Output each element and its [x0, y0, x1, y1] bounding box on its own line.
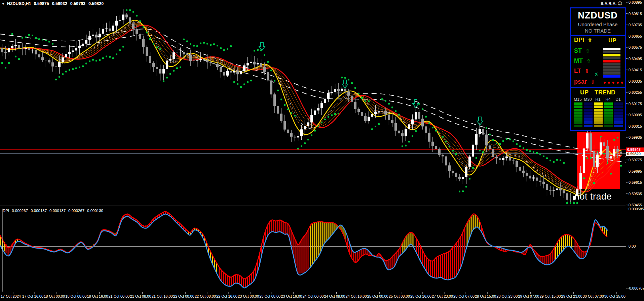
- psar-dot: [59, 76, 60, 78]
- price-axis-label: 0.59615: [629, 180, 642, 184]
- psar-dot: [45, 40, 47, 41]
- trend-bar: [594, 125, 603, 127]
- symbol-dropdown-icon[interactable]: ▼: [2, 2, 4, 5]
- trend-bar: [574, 118, 582, 121]
- psar-dot: [341, 77, 343, 78]
- trend-bar: [594, 102, 603, 105]
- trend-bar: [614, 118, 623, 121]
- psar-dot: [381, 98, 383, 100]
- psar-dot: [348, 79, 349, 80]
- candle: [307, 122, 309, 126]
- psar-dot: [455, 153, 457, 155]
- candle: [351, 96, 353, 102]
- dpi-label: DPI: [574, 37, 584, 44]
- psar-dot: [119, 49, 121, 51]
- stack-bar: [603, 51, 620, 53]
- psar-dot: [513, 140, 514, 142]
- psar-dot: [385, 100, 386, 102]
- psar-dot: [304, 142, 306, 144]
- trend-bar: [594, 115, 603, 118]
- candle: [428, 133, 430, 142]
- candle: [522, 171, 525, 173]
- candle: [445, 156, 447, 165]
- candle: [620, 152, 622, 154]
- psar-dot: [321, 122, 323, 123]
- candle: [65, 54, 67, 57]
- psar-dot: [52, 43, 53, 45]
- psar-dot: [583, 177, 585, 179]
- time-axis-label: 29 Oct 23:00: [561, 294, 582, 298]
- psar-dot: [254, 50, 255, 51]
- trend-column-H4: [604, 102, 613, 127]
- psar-dot: [445, 141, 447, 142]
- psar-dot: [553, 161, 555, 163]
- psar-dot: [69, 69, 70, 71]
- bid-price-badge: 0.59820: [626, 152, 644, 156]
- psar-dot: [398, 114, 400, 116]
- psar-dot: [213, 43, 215, 45]
- candle: [68, 52, 71, 54]
- trend-bar: [574, 115, 582, 118]
- trend-bar: [614, 121, 623, 124]
- candle: [600, 142, 602, 155]
- psar-dot: [92, 59, 94, 60]
- price-axis-label: 0.60095: [629, 113, 642, 117]
- psar-dot: [280, 98, 282, 100]
- psar-dot: [516, 143, 518, 145]
- candle: [371, 114, 373, 117]
- candle: [337, 89, 340, 91]
- psar-dot: [163, 81, 164, 82]
- time-axis-label: 24 Oct 00:00: [302, 294, 324, 298]
- trend-bar: [604, 118, 613, 121]
- psar-dot: [573, 202, 575, 204]
- psar-dot: [247, 81, 249, 83]
- candle: [566, 193, 568, 200]
- candle: [247, 63, 249, 65]
- psar-panel-dot: [608, 82, 610, 84]
- psar-dot: [237, 83, 238, 85]
- psar-dot: [5, 67, 6, 69]
- trend-trend-label: TREND: [595, 89, 615, 96]
- psar-dot: [428, 122, 430, 124]
- candle: [320, 103, 323, 108]
- candle: [586, 133, 589, 148]
- candle: [512, 161, 515, 161]
- psar-dot: [371, 128, 373, 130]
- time-axis-label: 22 Oct 08:00: [195, 294, 216, 298]
- trend-bar: [574, 105, 582, 108]
- psar-dot: [422, 108, 423, 110]
- price-axis-label: 0.60735: [629, 23, 642, 27]
- candle: [149, 56, 151, 63]
- psar-panel-dot: [621, 82, 623, 84]
- candle: [394, 123, 397, 131]
- candle: [189, 55, 192, 61]
- psar-dot: [351, 82, 353, 84]
- trend-bar: [574, 125, 582, 127]
- time-axis-label: 25 Oct 16:00: [410, 294, 431, 298]
- uptrend-header: UP TREND: [571, 89, 625, 96]
- candle: [462, 177, 464, 179]
- candle: [361, 112, 363, 116]
- psar-dot: [607, 162, 608, 164]
- psar-dot: [307, 139, 309, 140]
- candle: [263, 67, 266, 72]
- price-axis-label: 0.60335: [629, 79, 642, 83]
- candle: [324, 99, 326, 103]
- panel-status-label: NO TRADE: [571, 28, 625, 34]
- candle: [179, 52, 182, 52]
- candle: [529, 176, 531, 178]
- candle: [55, 67, 57, 67]
- trend-bar: [604, 109, 613, 112]
- candle: [357, 109, 360, 112]
- candle: [616, 149, 619, 152]
- dpi-value: 0.000130: [87, 209, 103, 213]
- psar-dot: [89, 60, 90, 62]
- psar-dot: [344, 77, 346, 79]
- psar-dot: [469, 178, 470, 180]
- chart-canvas[interactable]: 0.608950.608150.607350.606550.605750.604…: [0, 0, 644, 301]
- time-axis-label: 18 Oct 16:00: [87, 294, 108, 298]
- psar-dot: [82, 66, 84, 67]
- lt-down-arrow-icon: ⇩: [584, 68, 589, 75]
- candle: [448, 165, 451, 171]
- candle: [310, 115, 313, 122]
